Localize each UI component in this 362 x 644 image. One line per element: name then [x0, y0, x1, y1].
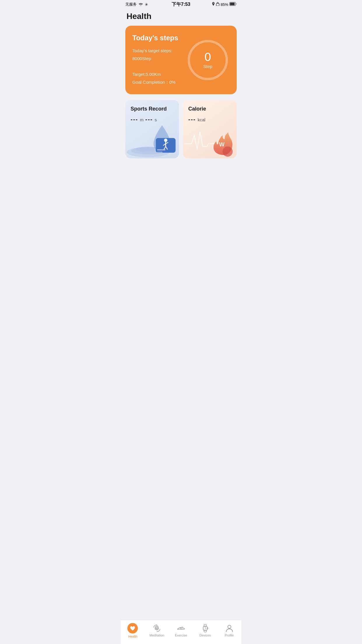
page-title: Health	[121, 9, 241, 26]
steps-distance: Target:5.00Km	[132, 72, 161, 77]
steps-circle: 0 Step	[186, 38, 230, 82]
sports-card-title: Sports Record	[131, 106, 174, 112]
steps-goal: Goal Completion：0%	[132, 80, 175, 85]
steps-title: Today's steps	[132, 34, 186, 42]
steps-number: 0	[203, 51, 212, 63]
steps-circle-content: 0 Step	[203, 51, 212, 69]
lock-icon	[216, 2, 219, 7]
svg-rect-2	[230, 3, 235, 5]
svg-rect-0	[216, 4, 219, 6]
calorie-card[interactable]: Calorie --- kcal W	[183, 100, 237, 158]
status-left: 无服务 ✳	[125, 2, 148, 7]
steps-info: Today's steps Today's target steps: 8000…	[132, 34, 186, 86]
steps-card[interactable]: Today's steps Today's target steps: 8000…	[125, 26, 237, 94]
sports-illustration	[125, 120, 179, 158]
svg-rect-16	[157, 149, 165, 150]
status-time: 下午7:53	[172, 1, 190, 8]
loading-icon: ✳	[145, 2, 148, 7]
steps-target-value: 8000Step	[132, 56, 151, 61]
location-icon	[212, 2, 215, 7]
sports-record-card[interactable]: Sports Record --- m --- s	[125, 100, 179, 158]
main-content: Today's steps Today's target steps: 8000…	[121, 26, 241, 193]
svg-point-18	[223, 146, 233, 157]
steps-target-label: Today's target steps:	[132, 48, 172, 53]
svg-text:W: W	[219, 141, 225, 148]
steps-detail: Today's target steps: 8000Step Target:5.…	[132, 47, 186, 86]
svg-point-10	[164, 139, 168, 142]
calorie-illustration: W	[183, 120, 237, 158]
status-right: 85%	[212, 2, 237, 7]
wifi-icon	[138, 2, 143, 7]
carrier-text: 无服务	[125, 2, 137, 7]
calorie-card-title: Calorie	[188, 106, 231, 112]
svg-point-8	[139, 146, 156, 150]
battery-percentage: 85%	[221, 2, 228, 7]
svg-rect-17	[157, 152, 162, 153]
cards-row: Sports Record --- m --- s	[125, 100, 237, 158]
status-bar: 无服务 ✳ 下午7:53 85%	[121, 0, 241, 9]
steps-label: Step	[203, 64, 212, 69]
battery-icon	[229, 2, 237, 7]
